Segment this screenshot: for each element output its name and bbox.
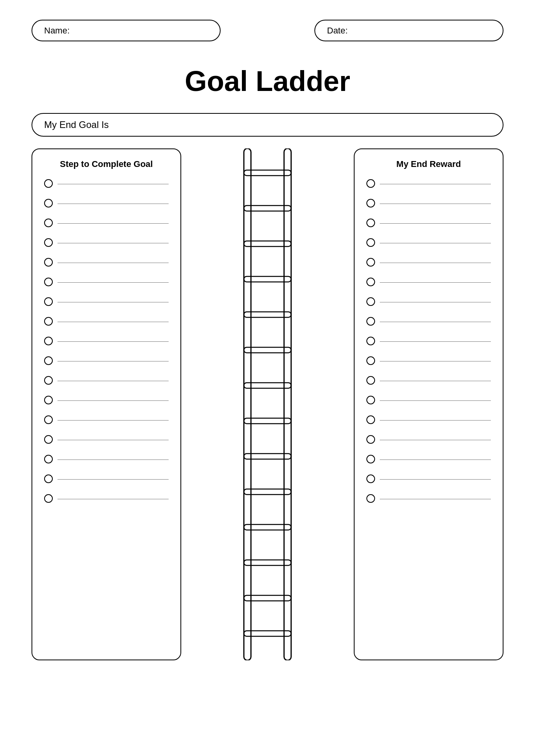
- step-circle-13[interactable]: [44, 415, 53, 424]
- reward-line-17: [380, 499, 491, 499]
- reward-panel: My End Reward: [354, 148, 503, 660]
- step-line-11: [58, 381, 169, 381]
- step-item: [44, 337, 169, 345]
- step-circle-4[interactable]: [44, 238, 53, 247]
- reward-item: [366, 219, 491, 227]
- reward-circle-3[interactable]: [366, 219, 375, 227]
- step-item: [44, 179, 169, 188]
- reward-circle-13[interactable]: [366, 415, 375, 424]
- reward-line-5: [380, 263, 491, 263]
- step-line-8: [58, 322, 169, 322]
- step-line-1: [58, 184, 169, 184]
- reward-line-1: [380, 184, 491, 184]
- step-item: [44, 199, 169, 208]
- step-circle-10[interactable]: [44, 356, 53, 365]
- step-line-12: [58, 400, 169, 401]
- step-item: [44, 474, 169, 483]
- steps-panel-title: Step to Complete Goal: [44, 159, 169, 169]
- reward-circle-7[interactable]: [366, 297, 375, 306]
- reward-circle-5[interactable]: [366, 258, 375, 267]
- reward-item: [366, 474, 491, 483]
- step-circle-15[interactable]: [44, 455, 53, 463]
- step-circle-3[interactable]: [44, 219, 53, 227]
- reward-item: [366, 494, 491, 503]
- reward-line-16: [380, 479, 491, 480]
- reward-item: [366, 297, 491, 306]
- step-circle-2[interactable]: [44, 199, 53, 208]
- step-line-5: [58, 263, 169, 263]
- step-item: [44, 415, 169, 424]
- reward-circle-14[interactable]: [366, 435, 375, 444]
- reward-item: [366, 415, 491, 424]
- name-field[interactable]: Name:: [32, 20, 221, 41]
- reward-panel-title: My End Reward: [366, 159, 491, 169]
- date-label: Date:: [327, 26, 348, 36]
- date-field[interactable]: Date:: [314, 20, 503, 41]
- step-item: [44, 435, 169, 444]
- step-circle-16[interactable]: [44, 474, 53, 483]
- step-line-7: [58, 302, 169, 302]
- step-line-10: [58, 361, 169, 361]
- reward-item: [366, 258, 491, 267]
- step-item: [44, 396, 169, 404]
- svg-rect-1: [284, 148, 291, 660]
- step-item: [44, 238, 169, 247]
- header: Name: Date:: [32, 20, 503, 41]
- step-item: [44, 278, 169, 286]
- reward-circle-12[interactable]: [366, 396, 375, 404]
- reward-item: [366, 455, 491, 463]
- reward-circle-2[interactable]: [366, 199, 375, 208]
- reward-item: [366, 179, 491, 188]
- step-line-15: [58, 460, 169, 460]
- step-line-16: [58, 479, 169, 480]
- step-circle-8[interactable]: [44, 317, 53, 326]
- goal-field[interactable]: My End Goal Is: [32, 113, 503, 137]
- step-line-14: [58, 440, 169, 440]
- step-circle-6[interactable]: [44, 278, 53, 286]
- main-content: Step to Complete Goal: [32, 148, 503, 660]
- step-circle-5[interactable]: [44, 258, 53, 267]
- step-line-4: [58, 243, 169, 243]
- step-line-2: [58, 204, 169, 204]
- step-line-6: [58, 282, 169, 283]
- steps-panel: Step to Complete Goal: [32, 148, 181, 660]
- step-line-17: [58, 499, 169, 499]
- reward-circle-15[interactable]: [366, 455, 375, 463]
- reward-circle-1[interactable]: [366, 179, 375, 188]
- step-circle-11[interactable]: [44, 376, 53, 385]
- step-item: [44, 376, 169, 385]
- step-item: [44, 258, 169, 267]
- step-circle-9[interactable]: [44, 337, 53, 345]
- reward-line-9: [380, 341, 491, 342]
- reward-item: [366, 317, 491, 326]
- reward-line-10: [380, 361, 491, 361]
- step-circle-17[interactable]: [44, 494, 53, 503]
- step-circle-14[interactable]: [44, 435, 53, 444]
- reward-circle-11[interactable]: [366, 376, 375, 385]
- reward-line-11: [380, 381, 491, 381]
- reward-circle-17[interactable]: [366, 494, 375, 503]
- step-circle-7[interactable]: [44, 297, 53, 306]
- step-circle-1[interactable]: [44, 179, 53, 188]
- reward-line-2: [380, 204, 491, 204]
- reward-item: [366, 356, 491, 365]
- reward-circle-4[interactable]: [366, 238, 375, 247]
- step-item: [44, 455, 169, 463]
- reward-circle-8[interactable]: [366, 317, 375, 326]
- goal-field-label: My End Goal Is: [44, 119, 109, 130]
- step-circle-12[interactable]: [44, 396, 53, 404]
- reward-circle-10[interactable]: [366, 356, 375, 365]
- reward-circle-9[interactable]: [366, 337, 375, 345]
- reward-line-13: [380, 420, 491, 421]
- reward-line-12: [380, 400, 491, 401]
- step-item: [44, 219, 169, 227]
- reward-circle-6[interactable]: [366, 278, 375, 286]
- reward-circle-16[interactable]: [366, 474, 375, 483]
- page-title: Goal Ladder: [32, 65, 503, 97]
- svg-rect-0: [244, 148, 251, 660]
- reward-line-3: [380, 223, 491, 224]
- reward-item: [366, 199, 491, 208]
- step-line-3: [58, 223, 169, 224]
- step-item: [44, 297, 169, 306]
- ladder-container: [224, 148, 311, 660]
